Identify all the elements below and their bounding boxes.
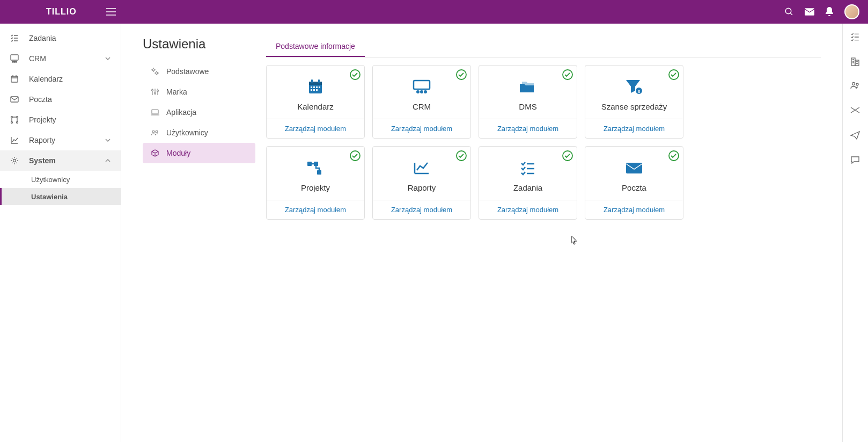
projects-icon (306, 158, 325, 178)
module-card-raporty: Raporty Zarządzaj modułem (372, 146, 471, 220)
svg-point-53 (856, 83, 858, 85)
settings-item-marka[interactable]: Marka (143, 82, 255, 102)
gears-icon (150, 67, 160, 76)
sidebar-item-kalendarz[interactable]: Kalendarz (0, 69, 121, 89)
building-icon[interactable] (850, 57, 861, 68)
module-manage-link[interactable]: Zarządzaj modułem (373, 119, 470, 138)
sidebar-sub-ustawienia[interactable]: Ustawienia (0, 188, 121, 205)
svg-rect-45 (317, 170, 321, 175)
settings-item-moduly[interactable]: Moduły (143, 143, 255, 163)
laptop-icon (150, 107, 160, 117)
module-card-szanse-sprzedazy: $ Szanse sprzedaży Zarządzaj modułem (585, 65, 683, 139)
sidebar-item-poczta[interactable]: Poczta (0, 89, 121, 110)
module-title: CRM (413, 102, 431, 111)
module-manage-link[interactable]: Zarządzaj modułem (267, 119, 364, 138)
chat-icon[interactable] (850, 156, 861, 166)
svg-point-37 (424, 90, 427, 93)
svg-rect-31 (313, 89, 315, 91)
module-title: Kalendarz (297, 102, 334, 111)
main-content: Ustawienia Podstawowe Marka Aplikacja Uż… (121, 24, 842, 442)
module-title: Raporty (408, 183, 436, 192)
svg-rect-51 (855, 60, 859, 66)
svg-rect-25 (318, 79, 320, 83)
sidebar: Zadania CRM Kalendarz Poczta Projekty Ra… (0, 24, 121, 442)
sidebar-item-zadania[interactable]: Zadania (0, 28, 121, 48)
settings-item-aplikacja[interactable]: Aplikacja (143, 102, 255, 122)
people-icon[interactable] (850, 82, 861, 92)
sidebar-item-crm[interactable]: CRM (0, 48, 121, 69)
hamburger-menu-icon[interactable] (106, 8, 116, 16)
module-title: Zadania (513, 183, 542, 192)
content: Podstawowe informacje Kalendarz Zarządza… (266, 37, 821, 429)
settings-item-podstawowe[interactable]: Podstawowe (143, 61, 255, 82)
settings-subnav: Ustawienia Podstawowe Marka Aplikacja Uż… (143, 37, 255, 429)
settings-item-label: Marka (166, 88, 187, 96)
tab-row: Podstawowe informacje (266, 37, 821, 57)
check-circle-icon (668, 150, 680, 162)
module-manage-link[interactable]: Zarządzaj modułem (585, 200, 683, 219)
module-title: Szanse sprzedaży (601, 102, 667, 111)
tasks-icon (10, 33, 19, 43)
projects-icon (10, 115, 19, 125)
module-manage-link[interactable]: Zarządzaj modułem (267, 200, 364, 219)
module-card-kalendarz: Kalendarz Zarządzaj modułem (266, 65, 365, 139)
svg-point-12 (13, 160, 16, 162)
sidebar-item-label: Raporty (29, 136, 55, 144)
users-icon (10, 54, 19, 63)
svg-point-15 (152, 90, 153, 91)
sidebar-sub-label: Użytkownicy (31, 176, 70, 184)
module-manage-link[interactable]: Zarządzaj modułem (479, 119, 577, 138)
module-card-poczta: Poczta Zarządzaj modułem (585, 146, 683, 220)
tasks-icon (518, 158, 538, 178)
svg-rect-50 (851, 58, 855, 66)
brand-logo[interactable]: TILLIO (46, 7, 77, 17)
settings-item-label: Moduły (166, 149, 190, 157)
svg-point-36 (420, 90, 423, 93)
module-title: Poczta (622, 183, 646, 192)
svg-rect-34 (414, 81, 430, 89)
chevron-up-icon (105, 158, 111, 163)
funnel-dollar-icon: $ (624, 77, 644, 97)
tab-podstawowe-informacje[interactable]: Podstawowe informacje (266, 37, 365, 57)
svg-rect-23 (309, 82, 322, 85)
sidebar-item-label: CRM (29, 54, 46, 63)
mail-icon[interactable] (805, 8, 814, 16)
svg-point-19 (152, 131, 155, 133)
user-avatar[interactable] (844, 4, 859, 19)
rightbar (842, 24, 868, 442)
sidebar-item-system[interactable]: System (0, 150, 121, 171)
send-icon[interactable] (850, 131, 861, 142)
module-manage-link[interactable]: Zarządzaj modułem (373, 200, 470, 219)
settings-item-label: Podstawowe (166, 67, 209, 76)
sidebar-sub-uzytkownicy[interactable]: Użytkownicy (0, 171, 121, 188)
svg-rect-44 (314, 162, 318, 166)
settings-item-uzytkownicy[interactable]: Użytkownicy (143, 122, 255, 143)
svg-point-35 (416, 90, 420, 93)
box-icon (150, 148, 160, 158)
module-manage-link[interactable]: Zarządzaj modułem (585, 119, 683, 138)
users-icon (150, 128, 160, 137)
module-manage-link[interactable]: Zarządzaj modułem (479, 200, 577, 219)
bell-icon[interactable] (825, 7, 834, 17)
folders-icon (518, 77, 538, 97)
crm-icon (412, 77, 431, 97)
tasks-panel-icon[interactable] (850, 32, 861, 43)
search-icon[interactable] (784, 7, 794, 17)
svg-rect-29 (319, 86, 320, 88)
sidebar-item-projekty[interactable]: Projekty (0, 110, 121, 130)
svg-point-9 (17, 117, 18, 118)
svg-rect-28 (316, 86, 318, 88)
svg-point-10 (11, 122, 13, 124)
sidebar-item-label: Projekty (29, 115, 56, 124)
gear-icon (10, 156, 19, 165)
svg-rect-43 (307, 162, 312, 166)
svg-point-13 (152, 69, 155, 71)
chart-icon (10, 135, 19, 145)
chevron-down-icon (105, 138, 111, 142)
sidebar-item-raporty[interactable]: Raporty (0, 130, 121, 150)
sidebar-item-label: Kalendarz (29, 75, 63, 83)
module-title: Projekty (301, 183, 330, 192)
check-circle-icon (455, 150, 467, 162)
opportunity-icon[interactable] (850, 106, 861, 117)
chart-line-icon (412, 158, 431, 178)
